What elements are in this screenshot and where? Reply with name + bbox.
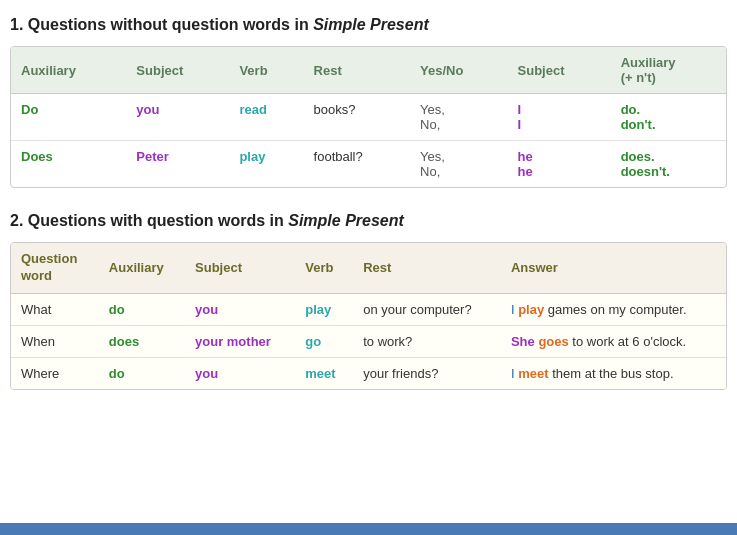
- cell-qword: What: [11, 293, 99, 325]
- table-row: Do you read books? Yes,No, II do. don't.: [11, 94, 726, 141]
- section1-header-row: Auxiliary Subject Verb Rest Yes/No Subje…: [11, 47, 726, 94]
- section2-header-row: Questionword Auxiliary Subject Verb Rest…: [11, 243, 726, 293]
- cell-auxiliary: does: [99, 325, 185, 357]
- table-row: What do you play on your computer? I pla…: [11, 293, 726, 325]
- col-aux2: Auxiliary (+ n't): [611, 47, 726, 94]
- section2-title: 2. Questions with question words in Simp…: [10, 212, 727, 230]
- col-subject2: Subject: [508, 47, 611, 94]
- bottom-scrollbar[interactable]: [0, 523, 737, 535]
- cell-auxiliary: Does: [11, 141, 126, 188]
- col-yesno: Yes/No: [410, 47, 508, 94]
- cell-qword: When: [11, 325, 99, 357]
- cell-rest: on your computer?: [353, 293, 501, 325]
- col-qword: Questionword: [11, 243, 99, 293]
- table-row: When does your mother go to work? She go…: [11, 325, 726, 357]
- cell-rest: football?: [304, 141, 410, 188]
- cell-answer: I meet them at the bus stop.: [501, 357, 726, 389]
- table-row: Where do you meet your friends? I meet t…: [11, 357, 726, 389]
- cell-yesno: Yes,No,: [410, 141, 508, 188]
- col-answer: Answer: [501, 243, 726, 293]
- cell-subject: Peter: [126, 141, 229, 188]
- col-verb: Verb: [229, 47, 303, 94]
- cell-subject2: II: [508, 94, 611, 141]
- section1-table: Auxiliary Subject Verb Rest Yes/No Subje…: [11, 47, 726, 187]
- cell-auxiliary: do: [99, 293, 185, 325]
- cell-verb: go: [295, 325, 353, 357]
- col-rest: Rest: [353, 243, 501, 293]
- cell-aux2: does. doesn't.: [611, 141, 726, 188]
- cell-answer: I play games on my computer.: [501, 293, 726, 325]
- cell-rest: books?: [304, 94, 410, 141]
- col-verb: Verb: [295, 243, 353, 293]
- section1-table-wrapper: Auxiliary Subject Verb Rest Yes/No Subje…: [10, 46, 727, 188]
- table-row: Does Peter play football? Yes,No, hehe d…: [11, 141, 726, 188]
- cell-aux2: do. don't.: [611, 94, 726, 141]
- cell-verb: meet: [295, 357, 353, 389]
- section2-table: Questionword Auxiliary Subject Verb Rest…: [11, 243, 726, 389]
- col-subject: Subject: [126, 47, 229, 94]
- cell-verb: read: [229, 94, 303, 141]
- col-auxiliary: Auxiliary: [99, 243, 185, 293]
- col-auxiliary: Auxiliary: [11, 47, 126, 94]
- cell-yesno: Yes,No,: [410, 94, 508, 141]
- cell-subject: your mother: [185, 325, 295, 357]
- cell-subject2: hehe: [508, 141, 611, 188]
- cell-rest: to work?: [353, 325, 501, 357]
- cell-auxiliary: do: [99, 357, 185, 389]
- cell-auxiliary: Do: [11, 94, 126, 141]
- cell-rest: your friends?: [353, 357, 501, 389]
- cell-qword: Where: [11, 357, 99, 389]
- cell-subject: you: [185, 357, 295, 389]
- section2-table-wrapper: Questionword Auxiliary Subject Verb Rest…: [10, 242, 727, 390]
- cell-verb: play: [295, 293, 353, 325]
- col-subject: Subject: [185, 243, 295, 293]
- cell-answer: She goes to work at 6 o'clock.: [501, 325, 726, 357]
- section1-title: 1. Questions without question words in S…: [10, 16, 727, 34]
- cell-subject: you: [126, 94, 229, 141]
- page-container: 1. Questions without question words in S…: [0, 0, 737, 390]
- cell-verb: play: [229, 141, 303, 188]
- col-rest: Rest: [304, 47, 410, 94]
- cell-subject: you: [185, 293, 295, 325]
